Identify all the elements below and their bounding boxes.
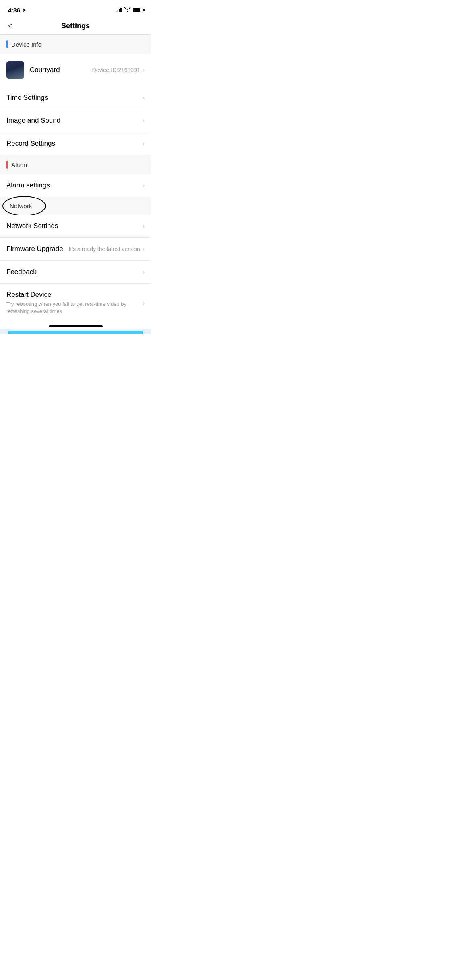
firmware-upgrade-label: Firmware Upgrade <box>6 245 69 253</box>
section-indicator-red <box>6 161 8 169</box>
firmware-version-value: It's already the latest version <box>69 246 140 252</box>
menu-item-time-settings[interactable]: Time Settings › <box>0 86 151 109</box>
battery-icon <box>133 8 143 12</box>
menu-item-restart-device[interactable]: Restart Device Try rebooting when you fa… <box>0 284 151 322</box>
section-label-network: Network <box>6 202 32 209</box>
section-header-network: Network <box>0 197 151 215</box>
feedback-label: Feedback <box>6 268 143 276</box>
alarm-settings-label: Alarm settings <box>6 181 143 189</box>
bottom-tab-hint <box>8 331 143 334</box>
menu-item-firmware-upgrade[interactable]: Firmware Upgrade It's already the latest… <box>0 238 151 261</box>
section-header-device-info: Device Info <box>0 35 151 54</box>
menu-item-courtyard[interactable]: Courtyard Device ID:2163001 › <box>0 54 151 86</box>
menu-item-record-settings[interactable]: Record Settings › <box>0 132 151 155</box>
signal-icon <box>116 8 122 12</box>
status-bar: 4:36 ➤ <box>0 0 151 18</box>
chevron-icon: › <box>143 222 145 230</box>
page-title: Settings <box>61 22 90 30</box>
chevron-icon: › <box>143 140 145 147</box>
status-icons <box>116 7 143 13</box>
nav-header: < Settings <box>0 18 151 35</box>
home-indicator <box>49 325 103 327</box>
chevron-icon: › <box>143 299 145 307</box>
device-thumbnail <box>6 61 24 79</box>
time-settings-label: Time Settings <box>6 94 143 102</box>
section-header-alarm: Alarm <box>0 155 151 174</box>
menu-item-network-settings[interactable]: Network Settings › <box>0 215 151 238</box>
menu-item-feedback[interactable]: Feedback › <box>0 261 151 283</box>
menu-item-image-sound[interactable]: Image and Sound › <box>0 109 151 132</box>
status-time: 4:36 ➤ <box>8 7 26 14</box>
device-id-value: Device ID:2163001 <box>92 67 140 73</box>
section-label-alarm: Alarm <box>11 161 27 168</box>
chevron-icon: › <box>143 268 145 276</box>
record-settings-label: Record Settings <box>6 140 143 148</box>
section-indicator-blue <box>6 40 8 48</box>
home-indicator-area <box>0 322 151 329</box>
chevron-icon: › <box>143 94 145 101</box>
device-name-label: Courtyard <box>30 66 92 74</box>
wifi-icon <box>124 7 131 13</box>
chevron-icon: › <box>143 117 145 124</box>
location-icon: ➤ <box>23 8 26 13</box>
menu-item-alarm-settings[interactable]: Alarm settings › <box>0 174 151 197</box>
restart-title: Restart Device <box>6 291 143 299</box>
restart-subtitle: Try rebooting when you fail to get real-… <box>6 301 143 315</box>
chevron-icon: › <box>143 245 145 253</box>
image-sound-label: Image and Sound <box>6 117 143 125</box>
back-button[interactable]: < <box>8 22 12 30</box>
chevron-icon: › <box>143 182 145 189</box>
bottom-tab-area <box>0 329 151 334</box>
section-label-device-info: Device Info <box>11 41 41 48</box>
network-settings-label: Network Settings <box>6 222 143 230</box>
chevron-icon: › <box>143 66 145 74</box>
